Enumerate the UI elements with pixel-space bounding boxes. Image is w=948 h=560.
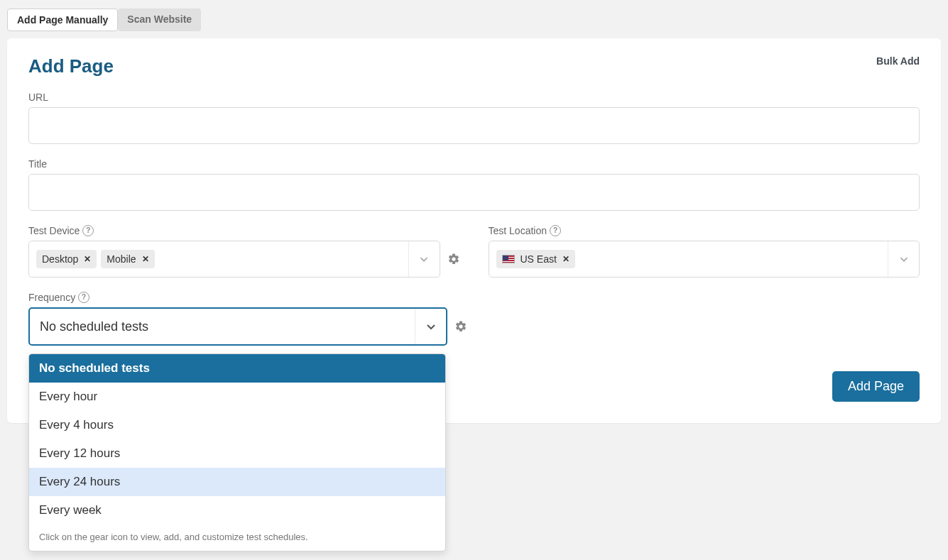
tab-add-page-manually[interactable]: Add Page Manually xyxy=(7,9,118,31)
chip-label: US East xyxy=(521,253,557,265)
title-input[interactable] xyxy=(28,174,920,211)
help-icon[interactable]: ? xyxy=(78,292,89,303)
frequency-option[interactable]: Every week xyxy=(29,496,445,525)
remove-chip-icon[interactable]: ✕ xyxy=(562,254,570,264)
frequency-label: Frequency ? xyxy=(28,292,920,303)
url-label: URL xyxy=(28,92,920,103)
test-location-label-text: Test Location xyxy=(489,225,547,236)
dropdown-toggle[interactable] xyxy=(408,241,440,277)
chevron-down-icon xyxy=(418,253,430,265)
flag-us-icon xyxy=(502,255,515,263)
remove-chip-icon[interactable]: ✕ xyxy=(142,254,149,264)
frequency-dropdown-menu: No scheduled tests Every hour Every 4 ho… xyxy=(28,353,446,551)
frequency-option[interactable]: Every hour xyxy=(29,383,445,411)
chip-label: Desktop xyxy=(42,253,78,265)
dropdown-toggle[interactable] xyxy=(415,309,446,344)
dropdown-toggle[interactable] xyxy=(888,241,919,277)
frequency-option[interactable]: Every 4 hours xyxy=(29,411,445,439)
add-page-button[interactable]: Add Page xyxy=(832,371,920,402)
test-device-label-text: Test Device xyxy=(28,225,80,236)
frequency-option[interactable]: Every 24 hours xyxy=(29,468,445,496)
frequency-dropdown-footer: Click on the gear icon to view, add, and… xyxy=(29,525,445,551)
device-chip-desktop: Desktop ✕ xyxy=(36,250,97,268)
chip-label: Mobile xyxy=(107,253,136,265)
test-device-label: Test Device ? xyxy=(28,225,460,236)
frequency-selected-value: No scheduled tests xyxy=(40,319,148,334)
frequency-option[interactable]: No scheduled tests xyxy=(29,354,445,383)
page-mode-tabs: Add Page Manually Scan Website xyxy=(7,9,941,31)
title-label: Title xyxy=(28,158,920,170)
gear-icon[interactable] xyxy=(454,320,467,333)
help-icon[interactable]: ? xyxy=(550,225,561,236)
frequency-option[interactable]: Every 12 hours xyxy=(29,439,445,468)
bulk-add-link[interactable]: Bulk Add xyxy=(876,55,920,67)
chevron-down-icon xyxy=(424,319,438,334)
frequency-label-text: Frequency xyxy=(28,292,75,303)
chevron-down-icon xyxy=(898,253,910,265)
test-location-label: Test Location ? xyxy=(489,225,920,236)
test-device-select[interactable]: Desktop ✕ Mobile ✕ xyxy=(28,241,440,278)
frequency-select[interactable]: No scheduled tests xyxy=(28,307,447,346)
help-icon[interactable]: ? xyxy=(82,225,94,236)
page-title: Add Page xyxy=(28,55,114,77)
remove-chip-icon[interactable]: ✕ xyxy=(84,254,91,264)
location-chip-us-east: US East ✕ xyxy=(496,250,575,268)
device-chip-mobile: Mobile ✕ xyxy=(101,250,154,268)
test-location-select[interactable]: US East ✕ xyxy=(489,241,920,278)
gear-icon[interactable] xyxy=(447,253,460,265)
url-input[interactable] xyxy=(28,107,920,144)
tab-scan-website[interactable]: Scan Website xyxy=(118,9,201,31)
